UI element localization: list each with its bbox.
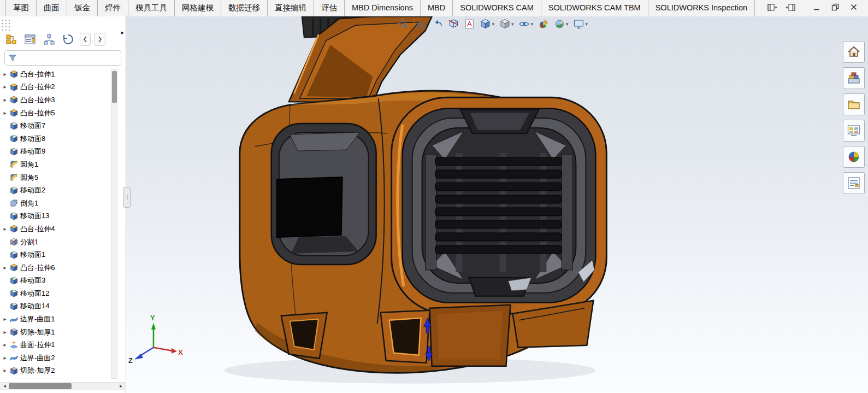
scroll-right-arrow-icon[interactable]: ▸ bbox=[117, 383, 125, 390]
ribbon-tab-weldments[interactable]: 焊件 bbox=[98, 0, 128, 16]
restore-button[interactable] bbox=[828, 2, 843, 15]
tree-item-boss-extrude-3[interactable]: ▸凸台-拉伸3 bbox=[0, 93, 126, 107]
graphics-viewport[interactable]: ▾▾▾▾▾▾ bbox=[126, 16, 839, 393]
tree-item-cut-thicken-1[interactable]: ▸切除-加厚1 bbox=[0, 326, 126, 339]
tree-item-move-face-1[interactable]: 移动面1 bbox=[0, 248, 126, 261]
section-view-button[interactable] bbox=[446, 17, 460, 31]
expand-arrow-icon[interactable]: ▸ bbox=[2, 265, 8, 271]
scrollbar-track[interactable] bbox=[8, 383, 117, 390]
tree-item-boss-extrude-1[interactable]: ▸凸台-拉伸1 bbox=[0, 68, 126, 81]
manager-scroll-right-button[interactable] bbox=[95, 33, 105, 46]
tree-item-boundary-surface-1[interactable]: ▸边界-曲面1 bbox=[0, 313, 126, 326]
ribbon-tab-evaluate[interactable]: 评估 bbox=[314, 0, 345, 16]
manager-scroll-left-button[interactable] bbox=[80, 33, 91, 46]
ribbon-tab-solidworks-cam-tbm[interactable]: SOLIDWORKS CAM TBM bbox=[541, 0, 648, 16]
display-style-button[interactable]: ▾ bbox=[498, 17, 516, 31]
tree-item-fillet-1[interactable]: 圆角1 bbox=[0, 158, 126, 171]
design-library-tab[interactable] bbox=[843, 67, 865, 89]
panel-flyout-arrow-icon[interactable]: ▸ bbox=[121, 30, 124, 35]
panel-grip[interactable] bbox=[1, 19, 10, 31]
ribbon-tab-mbd-dimensions[interactable]: MBD Dimensions bbox=[345, 0, 421, 16]
scrollbar-thumb[interactable] bbox=[9, 383, 72, 389]
dropdown-caret-icon[interactable]: ▾ bbox=[566, 21, 569, 27]
ribbon-tab-sketch[interactable]: 草图 bbox=[5, 0, 37, 16]
zoom-to-area-button[interactable]: ▾ bbox=[411, 17, 429, 31]
model-grille[interactable] bbox=[392, 97, 607, 314]
ribbon-tab-direct-editing[interactable]: 直接编辑 bbox=[268, 0, 314, 16]
dropdown-caret-icon[interactable]: ▾ bbox=[425, 21, 428, 27]
expand-arrow-icon[interactable]: ▸ bbox=[2, 84, 8, 90]
solidworks-resources-tab[interactable] bbox=[843, 41, 865, 63]
dynamic-annotation-views-button[interactable] bbox=[462, 17, 476, 31]
tree-item-move-face-9[interactable]: 移动面9 bbox=[0, 145, 126, 159]
tree-filter-input[interactable] bbox=[20, 52, 121, 64]
custom-properties-tab[interactable] bbox=[843, 172, 865, 194]
tree-horizontal-scrollbar[interactable]: ◂ ▸ bbox=[1, 382, 125, 390]
tree-item-move-face-7[interactable]: 移动面7 bbox=[0, 119, 126, 132]
expand-arrow-icon[interactable]: ▸ bbox=[2, 226, 8, 232]
tree-item-move-face-3[interactable]: 移动面3 bbox=[0, 274, 126, 288]
expand-arrow-icon[interactable]: ▸ bbox=[2, 355, 8, 361]
tree-item-move-face-2[interactable]: 移动面2 bbox=[0, 184, 126, 197]
hide-show-items-button[interactable]: ▾ bbox=[517, 17, 535, 31]
view-palette-tab[interactable] bbox=[843, 120, 865, 142]
previous-view-button[interactable] bbox=[430, 17, 445, 31]
tree-item-surface-extrude-1[interactable]: ▸曲面-拉伸1 bbox=[0, 338, 126, 351]
tree-item-move-face-13[interactable]: 移动面13 bbox=[0, 210, 126, 223]
featuremanager-design-tree-tab[interactable] bbox=[3, 32, 19, 47]
dropdown-caret-icon[interactable]: ▾ bbox=[492, 21, 494, 27]
close-button[interactable] bbox=[846, 2, 861, 15]
expand-arrow-icon[interactable]: ▸ bbox=[2, 342, 8, 348]
dropdown-caret-icon[interactable]: ▾ bbox=[586, 21, 588, 27]
tree-vertical-scrollbar[interactable] bbox=[111, 69, 117, 379]
tree-item-move-face-12[interactable]: 移动面12 bbox=[0, 287, 126, 300]
tree-item-boss-extrude-6[interactable]: ▸凸台-拉伸6 bbox=[0, 261, 126, 274]
edit-appearance-button[interactable] bbox=[536, 17, 551, 31]
expand-arrow-icon[interactable]: ▸ bbox=[2, 97, 8, 103]
dropdown-caret-icon[interactable]: ▾ bbox=[531, 21, 534, 27]
ribbon-tab-solidworks-inspection[interactable]: SOLIDWORKS Inspection bbox=[648, 0, 755, 16]
pane-toggle-right-button[interactable] bbox=[783, 2, 798, 15]
ribbon-tab-mbd[interactable]: MBD bbox=[421, 0, 453, 16]
pane-toggle-left-button[interactable] bbox=[764, 2, 780, 15]
model-3d[interactable]: Y X Z bbox=[126, 16, 839, 393]
expand-arrow-icon[interactable]: ▸ bbox=[2, 71, 8, 78]
configurationmanager-tab[interactable] bbox=[42, 32, 57, 47]
file-explorer-tab[interactable] bbox=[843, 93, 865, 115]
expand-arrow-icon[interactable]: ▸ bbox=[2, 329, 8, 336]
displaymanager-tab[interactable] bbox=[61, 32, 76, 47]
tree-item-cut-thicken-2[interactable]: ▸切除-加厚2 bbox=[0, 365, 126, 378]
expand-arrow-icon[interactable]: ▸ bbox=[2, 367, 8, 374]
tree-item-fillet-5[interactable]: 圆角5 bbox=[0, 171, 126, 184]
scrollbar-thumb[interactable] bbox=[112, 71, 117, 103]
expand-arrow-icon[interactable]: ▸ bbox=[2, 316, 8, 322]
ribbon-tab-surfaces[interactable]: 曲面 bbox=[37, 0, 67, 16]
minimize-button[interactable] bbox=[809, 2, 824, 15]
tree-item-boss-extrude-4[interactable]: ▸凸台-拉伸4 bbox=[0, 222, 126, 236]
tree-item-move-face-8[interactable]: 移动面8 bbox=[0, 132, 126, 145]
pane-arrow-left-icon bbox=[767, 3, 777, 14]
appearances-scenes-tab[interactable] bbox=[843, 146, 865, 168]
tree-item-boss-extrude-5[interactable]: ▸凸台-拉伸5 bbox=[0, 107, 126, 120]
ribbon-tab-sheet-metal[interactable]: 钣金 bbox=[67, 0, 98, 16]
tree-item-boundary-surface-2[interactable]: ▸边界-曲面2 bbox=[0, 351, 126, 365]
cut-thicken-icon bbox=[10, 367, 19, 375]
zoom-to-fit-button[interactable] bbox=[395, 17, 410, 31]
tree-item-move-face-14[interactable]: 移动面14 bbox=[0, 300, 126, 313]
propertymanager-tab[interactable] bbox=[22, 32, 38, 47]
ribbon-tab-solidworks-cam[interactable]: SOLIDWORKS CAM bbox=[453, 0, 541, 16]
view-orientation-button[interactable]: ▾ bbox=[478, 17, 496, 31]
view-settings-button[interactable]: ▾ bbox=[572, 17, 590, 31]
apply-scene-button[interactable]: ▾ bbox=[552, 17, 570, 31]
ribbon-tab-mesh-modeling[interactable]: 网格建模 bbox=[175, 0, 221, 16]
panel-splitter[interactable]: ⋮ bbox=[123, 187, 131, 208]
expand-arrow-icon[interactable]: ▸ bbox=[2, 110, 8, 116]
ribbon-tab-mold-tools[interactable]: 模具工具 bbox=[128, 0, 175, 16]
model-side-panel[interactable] bbox=[271, 124, 376, 265]
scroll-left-arrow-icon[interactable]: ◂ bbox=[1, 383, 8, 390]
tree-item-boss-extrude-2[interactable]: ▸凸台-拉伸2 bbox=[0, 81, 126, 94]
tree-item-split-1[interactable]: 分割1 bbox=[0, 236, 126, 249]
dropdown-caret-icon[interactable]: ▾ bbox=[511, 21, 514, 27]
tree-item-chamfer-1[interactable]: 倒角1 bbox=[0, 197, 126, 210]
ribbon-tab-data-migration[interactable]: 数据迁移 bbox=[221, 0, 268, 16]
